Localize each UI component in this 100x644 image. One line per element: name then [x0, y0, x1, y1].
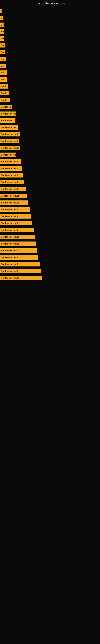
bar-row: Bottleneck resu: [0, 124, 100, 131]
bar-row: Bottleneck result: [0, 199, 100, 206]
bar-item: Bottl: [0, 84, 8, 88]
bar-item: Bottleneck result: [0, 228, 34, 232]
bar-row: Bottl: [0, 90, 100, 96]
bar-label: B: [1, 10, 2, 12]
bar-label: Bottleneck res: [1, 112, 16, 115]
bar-label: Bo: [1, 24, 3, 26]
bar-label: Bottleneck result: [1, 263, 19, 266]
bar-label: Bottleneck r: [1, 119, 14, 122]
bar-row: Bottleneck result: [0, 144, 100, 151]
bar-label: Bottleneck result: [1, 236, 19, 238]
bar-item: Bottle: [0, 98, 10, 102]
bar-label: Bottleneck result: [1, 256, 19, 258]
bar-label: Bottleneck result: [1, 202, 19, 204]
bar-label: Bott: [1, 78, 5, 81]
bar-item: Bo: [0, 50, 5, 54]
bar-item: Bo: [0, 64, 6, 68]
bar-label: Bot: [1, 72, 4, 74]
bar-item: Bo: [0, 36, 4, 41]
bar-row: Bottleneck result: [0, 247, 100, 254]
bar-label: Bottleneck result: [1, 181, 19, 183]
bar-item: Bo: [0, 57, 6, 61]
bar-label: Bottleneck result: [1, 147, 19, 149]
bar-item: Bottl: [0, 91, 9, 96]
bar-item: Bottleneck result: [0, 187, 26, 191]
bar-item: Bottleneck result: [0, 248, 37, 253]
bar-label: Bottleneck result: [1, 174, 19, 176]
bar-item: Bottleneck result: [0, 276, 42, 280]
bar-row: Bot: [0, 69, 100, 76]
bar-label: Bottleneck result: [1, 133, 19, 136]
bar-item: Bottleneck res: [0, 112, 16, 116]
bar-item: Bottleneck result: [0, 221, 32, 226]
bar-label: Bottleneck result: [1, 270, 19, 272]
bar-label: Bo: [1, 51, 4, 53]
bar-item: Bot: [0, 70, 7, 75]
bar-label: Bottleneck result: [1, 167, 19, 170]
bar-label: Bo: [1, 44, 4, 46]
bar-item: Bottlenec: [0, 105, 12, 109]
bar-label: Bottleneck result: [1, 242, 19, 245]
bar-row: Bottleneck result: [0, 254, 100, 261]
bar-label: Bottleneck resul: [1, 140, 18, 142]
bar-item: Bott: [0, 77, 7, 82]
bar-row: Bottleneck result: [0, 240, 100, 247]
bar-item: Bottleneck result: [0, 146, 20, 150]
bar-item: Bottleneck resul: [0, 139, 19, 143]
bar-item: Bottleneck result: [0, 255, 38, 260]
bar-item: Bottleneck result: [0, 269, 41, 273]
bar-row: Bottleneck result: [0, 206, 100, 213]
bar-item: Bottleneck result: [0, 200, 28, 205]
bar-label: Bottleneck result: [1, 215, 19, 218]
bar-label: Bottleneck result: [1, 222, 19, 224]
bar-label: Bottleneck result: [1, 249, 19, 252]
bar-item: B: [0, 16, 2, 20]
bar-row: Bottleneck resul: [0, 138, 100, 144]
bar-item: Bottleneck r: [0, 118, 15, 123]
bar-item: Bottleneck result: [0, 207, 30, 212]
bar-row: Bottleneck r: [0, 117, 100, 124]
bar-label: Bottleneck result: [1, 194, 19, 197]
bar-label: Bottleneck res: [1, 154, 16, 156]
site-title: TheBottlenecker.com: [0, 0, 100, 8]
bar-label: Bo: [1, 37, 4, 40]
bar-row: Bottleneck result: [0, 220, 100, 226]
bar-row: Bottleneck result: [0, 234, 100, 240]
bar-item: Bottleneck result: [0, 235, 35, 239]
bar-item: Bottleneck result: [0, 180, 24, 184]
bar-label: Bo: [1, 64, 4, 67]
bar-item: Bottleneck result: [0, 160, 21, 164]
bar-row: Bottleneck result: [0, 179, 100, 186]
bar-row: Bo: [0, 56, 100, 62]
bar-label: B: [1, 17, 2, 19]
bar-item: Bo: [0, 43, 5, 48]
bar-item: B: [0, 9, 2, 13]
bar-row: Bo: [0, 42, 100, 49]
bar-row: B: [0, 8, 100, 14]
bar-row: Bottleneck result: [0, 158, 100, 165]
bar-row: Bottl: [0, 83, 100, 90]
bar-label: Bottleneck result: [1, 188, 19, 190]
bar-item: Bottleneck res: [0, 152, 16, 157]
bar-item: Bottleneck result: [0, 166, 22, 171]
bar-label: Bottlenec: [1, 106, 11, 108]
bar-row: Bo: [0, 49, 100, 56]
bar-row: Bo: [0, 35, 100, 42]
bar-row: Bo: [0, 28, 100, 35]
bar-row: Bottleneck result: [0, 131, 100, 138]
bar-row: Bottle: [0, 96, 100, 104]
bar-row: Bottleneck result: [0, 268, 100, 274]
bar-row: Bottleneck res: [0, 151, 100, 158]
bar-item: Bottleneck result: [0, 262, 40, 266]
bar-row: Bottleneck result: [0, 186, 100, 192]
bar-item: Bottleneck result: [0, 173, 23, 178]
bar-label: Bottle: [1, 99, 7, 101]
bar-row: Bottleneck result: [0, 226, 100, 234]
bar-row: Bottleneck result: [0, 213, 100, 220]
bar-label: Bottleneck result: [1, 160, 19, 163]
bar-row: Bo: [0, 21, 100, 28]
bar-label: Bottleneck result: [1, 208, 19, 211]
bar-item: Bo: [0, 22, 3, 27]
bar-label: Bottl: [1, 85, 6, 88]
bar-label: Bo: [1, 30, 4, 33]
